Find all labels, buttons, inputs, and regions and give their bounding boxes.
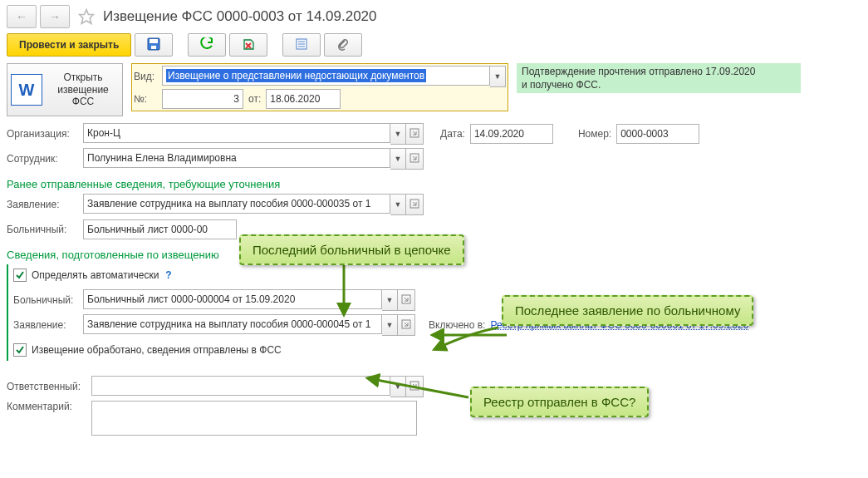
vid-field[interactable]: Извещение о представлении недостающих до…	[162, 66, 490, 86]
vid-label: Вид:	[134, 71, 157, 82]
annotation-arrow-icon	[430, 328, 513, 343]
comment-field[interactable]	[91, 401, 417, 436]
zayav2-label: Заявление:	[13, 319, 78, 331]
boln2-label: Больничный:	[13, 294, 78, 306]
confirm-status-box: Подтверждение прочтения отправлено 17.09…	[517, 63, 801, 93]
star-icon[interactable]	[78, 8, 95, 25]
tip-registry-sent: Реестр отправлен в ФСС?	[470, 387, 649, 417]
org-label: Организация:	[7, 128, 78, 140]
processed-checkbox[interactable]	[13, 343, 27, 357]
zayav2-dropdown[interactable]: ▼	[382, 314, 398, 336]
org-field[interactable]: Крон-Ц	[83, 123, 390, 143]
boln2-dropdown[interactable]: ▼	[382, 289, 398, 311]
boln2-open-button[interactable]	[398, 289, 415, 311]
auto-detect-checkbox[interactable]	[13, 269, 27, 282]
vid-dropdown-button[interactable]: ▼	[490, 66, 506, 87]
org-open-button[interactable]	[406, 123, 424, 145]
section-previous-title: Ранее отправленные сведения, требующие у…	[7, 178, 868, 190]
auto-detect-label: Определять автоматически	[32, 269, 159, 281]
annotation-arrow-icon	[332, 262, 357, 320]
employee-field[interactable]: Полунина Елена Владимировна	[83, 148, 390, 168]
svg-marker-0	[80, 10, 94, 24]
nav-back-button[interactable]: ←	[7, 5, 37, 28]
nav-forward-button[interactable]: →	[40, 5, 70, 28]
word-button-text: извещение	[47, 84, 119, 96]
employee-label: Сотрудник:	[7, 153, 78, 165]
annotation-arrow-icon	[364, 372, 480, 406]
open-icon	[409, 128, 419, 140]
processed-label: Извещение обработано, сведения отправлен…	[32, 344, 282, 356]
employee-dropdown[interactable]: ▼	[390, 148, 406, 170]
prev-zayav-dropdown[interactable]: ▼	[390, 194, 406, 215]
tip-last-application: Последнее заявление по больничному	[502, 295, 753, 326]
word-doc-icon: W	[11, 74, 42, 106]
open-fss-notice-button[interactable]: W Открыть извещение ФСС	[7, 63, 123, 116]
notice-date-field[interactable]: 18.06.2020	[266, 89, 341, 109]
attach-button[interactable]	[324, 33, 362, 57]
list-icon	[295, 37, 308, 53]
page-title: Извещение ФСС 0000-0003 от 14.09.2020	[103, 8, 377, 25]
number-field[interactable]: 0000-0003	[616, 124, 699, 144]
paperclip-icon	[336, 37, 350, 53]
diskette-icon	[147, 37, 160, 53]
org-dropdown[interactable]: ▼	[390, 123, 406, 145]
num-field[interactable]: 3	[162, 89, 243, 109]
post-button[interactable]	[188, 33, 226, 57]
arrow-left-icon: ←	[16, 10, 27, 23]
date-label: Дата:	[440, 128, 465, 140]
prev-zayav-field[interactable]: Заявление сотрудника на выплату пособия …	[83, 194, 390, 214]
svg-rect-2	[150, 39, 158, 43]
open-icon	[401, 319, 411, 332]
number-label: Номер:	[578, 128, 611, 140]
resp-field[interactable]	[91, 376, 390, 396]
save-button[interactable]	[135, 33, 173, 57]
num-label: №:	[134, 93, 157, 105]
open-icon	[409, 153, 419, 165]
svg-rect-3	[151, 46, 156, 49]
prev-boln-label: Больничный:	[7, 224, 78, 235]
word-button-text: Открыть	[47, 71, 119, 83]
employee-open-button[interactable]	[406, 148, 424, 170]
tip-last-sicklist: Последний больничный в цепочке	[239, 234, 464, 265]
post-icon	[200, 37, 213, 53]
resp-label: Ответственный:	[7, 381, 86, 392]
open-icon	[401, 294, 411, 307]
comment-label: Комментарий:	[7, 401, 86, 412]
word-button-text: ФСС	[47, 96, 119, 107]
date-field[interactable]: 14.09.2020	[470, 124, 553, 144]
post-and-close-button[interactable]: Провести и закрыть	[7, 33, 131, 57]
help-icon[interactable]: ?	[165, 269, 171, 281]
prev-zayav-label: Заявление:	[7, 199, 78, 210]
cancel-posting-button[interactable]	[229, 33, 267, 57]
cancel-posting-icon	[242, 37, 255, 53]
prev-zayav-open-button[interactable]	[406, 194, 424, 215]
zayav2-open-button[interactable]	[398, 314, 415, 336]
arrow-right-icon: →	[49, 10, 61, 23]
prev-boln-field[interactable]: Больничный лист 0000-00	[83, 219, 237, 239]
ot-label: от:	[248, 93, 261, 105]
list-button[interactable]	[282, 33, 321, 57]
open-icon	[409, 199, 419, 211]
